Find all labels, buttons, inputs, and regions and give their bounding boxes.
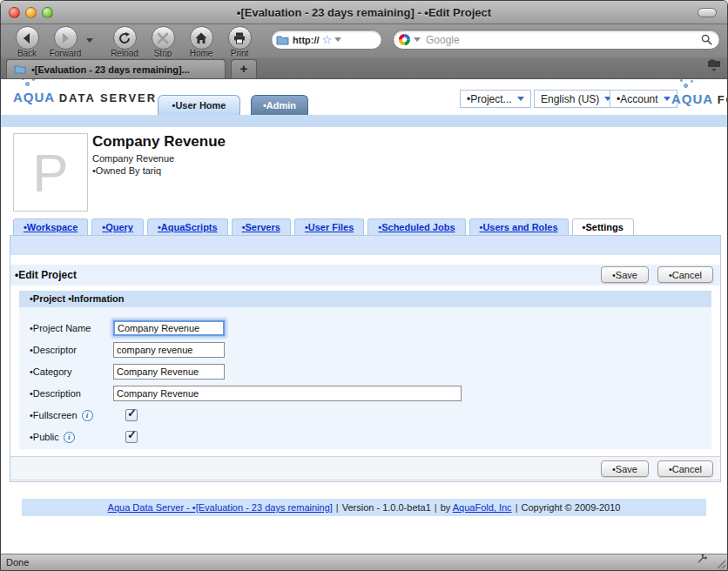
public-label: •Public xyxy=(30,432,59,442)
public-checkbox[interactable]: ✓ xyxy=(125,431,138,443)
home-button[interactable]: Home xyxy=(182,26,220,58)
project-subtitle: Company Revenue xyxy=(92,153,174,164)
check-icon: ✓ xyxy=(127,406,137,420)
info-icon[interactable]: i xyxy=(64,432,75,443)
window-controls xyxy=(9,7,53,18)
google-logo-icon xyxy=(398,33,411,46)
forward-button[interactable]: Forward xyxy=(46,26,84,58)
tab-settings[interactable]: •Settings xyxy=(572,218,634,235)
tab-workspace[interactable]: •Workspace xyxy=(13,218,88,235)
tab-admin[interactable]: •Admin xyxy=(251,95,308,115)
page-footer: Aqua Data Server - •[Evaluation - 23 day… xyxy=(22,499,706,516)
toolbar-toggle-button[interactable] xyxy=(698,8,717,17)
browser-tab[interactable]: •[Evaluation - 23 days remaining]... xyxy=(6,59,226,78)
forward-icon xyxy=(54,26,78,50)
aquafold-logo: AQUA FOLD xyxy=(671,91,727,107)
browser-window: •[Evaluation - 23 days remaining] - •Edi… xyxy=(0,0,728,571)
language-menu-button[interactable]: English (US) xyxy=(534,90,618,108)
tab-folder-icon xyxy=(14,64,26,74)
bookmark-star-icon[interactable]: ☆ xyxy=(322,33,333,46)
fullscreen-checkbox[interactable]: ✓ xyxy=(125,409,138,421)
zoom-window-button[interactable] xyxy=(42,7,53,18)
page-title: Company Revenue xyxy=(92,133,226,151)
footer-company-link[interactable]: AquaFold, Inc xyxy=(453,502,512,513)
back-button[interactable]: Back xyxy=(8,26,46,58)
print-icon xyxy=(228,26,252,50)
project-tab-bar: •Workspace •Query •AquaScripts •Servers … xyxy=(13,218,634,235)
footer-copyright: Copyright © 2009-2010 xyxy=(521,502,620,513)
tab-aquascripts[interactable]: •AquaScripts xyxy=(147,218,228,235)
stop-icon xyxy=(152,26,175,50)
stop-button[interactable]: Stop xyxy=(144,26,182,58)
window-title: •[Evaluation - 23 days remaining] - •Edi… xyxy=(62,6,666,19)
url-text: http:// xyxy=(293,35,320,45)
aqua-data-server-logo: AQUA DATA SERVER xyxy=(13,90,157,105)
footer-version: Version - 1.0.0-beta1 xyxy=(342,502,431,513)
form-row: •Description xyxy=(30,383,711,404)
edit-project-header: •Edit Project •Save •Cancel xyxy=(10,265,720,286)
new-tab-button[interactable]: + xyxy=(231,59,257,78)
cancel-button[interactable]: •Cancel xyxy=(657,266,713,283)
info-icon[interactable]: i xyxy=(82,410,93,421)
minimize-window-button[interactable] xyxy=(25,7,37,18)
avatar-letter: P xyxy=(32,142,68,204)
logo-fold-text: FOLD xyxy=(718,93,727,106)
footer-by: by xyxy=(441,502,451,513)
description-field[interactable] xyxy=(113,386,462,401)
form-row: •Public i ✓ xyxy=(30,427,711,447)
project-menu-button[interactable]: •Project... xyxy=(460,90,531,108)
status-bar: Done xyxy=(1,554,727,570)
save-button[interactable]: •Save xyxy=(601,266,649,283)
close-window-button[interactable] xyxy=(9,7,20,18)
search-engine-dropdown-arrow[interactable] xyxy=(414,37,421,42)
project-avatar: P xyxy=(13,133,88,212)
form-row: •Fullscreen i ✓ xyxy=(30,405,711,426)
tab-servers[interactable]: •Servers xyxy=(232,218,291,235)
header-divider-strip xyxy=(1,115,727,127)
project-owner: •Owned By tariq xyxy=(92,165,161,176)
browser-tab-strip: •[Evaluation - 23 days remaining]... + xyxy=(1,57,727,79)
reload-icon xyxy=(113,26,137,50)
url-field[interactable]: http:// ☆ xyxy=(271,30,382,50)
footer-app-link[interactable]: Aqua Data Server - •[Evaluation - 23 day… xyxy=(108,502,333,513)
project-information-header: •Project •Information xyxy=(19,291,711,307)
category-field[interactable] xyxy=(113,364,225,380)
form-row: •Category xyxy=(30,361,711,382)
resize-grip[interactable] xyxy=(714,557,726,569)
chevron-down-icon xyxy=(517,97,524,101)
bookmark-folder-icon xyxy=(276,35,289,45)
panel-footer: •Save •Cancel xyxy=(10,456,720,480)
reload-button[interactable]: Reload xyxy=(105,26,144,58)
status-text: Done xyxy=(6,557,29,568)
account-menu-button[interactable]: •Account xyxy=(610,90,677,108)
project-name-label: •Project Name xyxy=(30,323,113,333)
panel-top-band xyxy=(10,236,720,255)
tab-user-home[interactable]: •User Home xyxy=(158,95,240,115)
project-information-form: •Project Name •Descriptor •Category •Des… xyxy=(19,307,711,449)
search-field[interactable]: Google xyxy=(393,30,720,50)
fullscreen-label: •Fullscreen xyxy=(30,410,78,420)
home-icon xyxy=(190,26,213,50)
browser-toolbar: Back Forward Reload Stop xyxy=(1,24,727,57)
tab-scheduled-jobs[interactable]: •Scheduled Jobs xyxy=(367,218,465,235)
url-dropdown-arrow[interactable] xyxy=(334,37,341,42)
title-bar[interactable]: •[Evaluation - 23 days remaining] - •Edi… xyxy=(1,1,727,24)
save-button-bottom[interactable]: •Save xyxy=(601,460,649,477)
tab-user-files[interactable]: •User Files xyxy=(294,218,364,235)
tab-users-and-roles[interactable]: •Users and Roles xyxy=(469,218,569,235)
history-dropdown-arrow[interactable] xyxy=(86,38,93,43)
settings-panel: •Edit Project •Save •Cancel •Project •In… xyxy=(10,235,721,482)
form-row: •Descriptor xyxy=(30,339,711,360)
tab-query[interactable]: •Query xyxy=(91,218,144,235)
form-row: •Project Name xyxy=(30,318,711,339)
chevron-down-icon xyxy=(664,97,671,101)
project-name-field[interactable] xyxy=(113,320,225,336)
browser-tab-label: •[Evaluation - 23 days remaining]... xyxy=(31,64,190,75)
edit-project-title: •Edit Project xyxy=(15,269,77,281)
tab-overview-icon[interactable] xyxy=(706,59,722,76)
category-label: •Category xyxy=(30,366,113,377)
logo-data-server-text: DATA SERVER xyxy=(59,91,158,104)
cancel-button-bottom[interactable]: •Cancel xyxy=(657,460,713,477)
print-button[interactable]: Print xyxy=(220,26,259,58)
descriptor-field[interactable] xyxy=(113,342,225,358)
